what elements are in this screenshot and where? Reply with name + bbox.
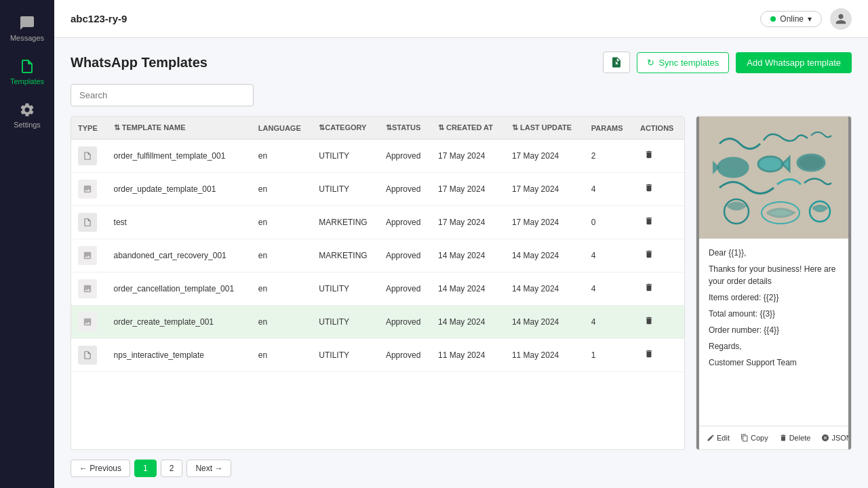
cell-name: order_update_template_001: [107, 173, 252, 206]
user-icon: [835, 13, 847, 25]
pagination: ← Previous 1 2 Next →: [71, 450, 852, 488]
avatar[interactable]: [830, 8, 852, 30]
table-body: order_fulfillment_template_001 en UTILIT…: [71, 140, 684, 372]
col-status[interactable]: ⇅STATUS: [379, 117, 431, 140]
delete-icon: [779, 434, 787, 442]
delete-row-button[interactable]: [640, 348, 658, 363]
sidebar-item-settings[interactable]: Settings: [0, 94, 54, 137]
cell-params: 0: [585, 206, 633, 239]
col-category[interactable]: ⇅CATEGORY: [312, 117, 379, 140]
preview-copy-button[interactable]: Copy: [737, 432, 772, 444]
templates-table-container: TYPE ⇅ TEMPLATE NAME LANGUAGE ⇅CATEGORY …: [71, 116, 685, 450]
delete-row-button[interactable]: [640, 248, 658, 263]
cell-actions: [633, 272, 684, 306]
col-actions: ACTIONS: [633, 117, 684, 140]
col-template-name[interactable]: ⇅ TEMPLATE NAME: [107, 117, 252, 140]
delete-row-button[interactable]: [640, 148, 658, 163]
trash-icon: [644, 316, 654, 325]
table-header: TYPE ⇅ TEMPLATE NAME LANGUAGE ⇅CATEGORY …: [71, 117, 684, 140]
table-row[interactable]: abandoned_cart_recovery_001 en MARKETING…: [71, 239, 684, 272]
cell-name: abandoned_cart_recovery_001: [107, 239, 252, 272]
cell-type: [71, 239, 107, 272]
table-row[interactable]: order_fulfillment_template_001 en UTILIT…: [71, 140, 684, 173]
cell-language: en: [252, 272, 313, 306]
cell-category: UTILITY: [312, 173, 379, 206]
cell-params: 1: [585, 339, 633, 372]
delete-row-button[interactable]: [640, 281, 658, 296]
table-row[interactable]: order_create_template_001 en UTILITY App…: [71, 306, 684, 339]
cell-language: en: [252, 173, 313, 206]
preview-body-line2: Thanks for your business! Here are your …: [709, 263, 839, 287]
sidebar-item-messages[interactable]: Messages: [0, 7, 54, 50]
cell-language: en: [252, 140, 313, 173]
status-badge[interactable]: Online ▾: [760, 11, 822, 27]
col-language: LANGUAGE: [252, 117, 313, 140]
message-icon: [19, 15, 35, 31]
table-row[interactable]: order_update_template_001 en UTILITY App…: [71, 173, 684, 206]
preview-text: Dear {{1}}, Thanks for your business! He…: [699, 239, 848, 381]
cell-category: UTILITY: [312, 140, 379, 173]
cell-created-at: 14 May 2024: [431, 306, 505, 339]
delete-row-button[interactable]: [640, 182, 658, 197]
cell-language: en: [252, 206, 313, 239]
preview-body-line1: Dear {{1}},: [709, 247, 839, 259]
app-title: abc123-ry-9: [71, 13, 127, 24]
cell-last-update: 11 May 2024: [505, 339, 585, 372]
col-last-update[interactable]: ⇅ LAST UPDATE: [505, 117, 585, 140]
type-icon-image: [78, 246, 97, 265]
page-header: WhatsApp Templates ↻ Sync templates Add …: [71, 52, 852, 73]
table-row[interactable]: test en MARKETING Approved 17 May 2024 1…: [71, 206, 684, 239]
trash-icon: [644, 283, 654, 292]
cell-type: [71, 339, 107, 372]
preview-delete-button[interactable]: Delete: [776, 432, 814, 444]
table-row[interactable]: order_cancellation_template_001 en UTILI…: [71, 272, 684, 306]
cell-last-update: 14 May 2024: [505, 239, 585, 272]
cell-name: order_create_template_001: [107, 306, 252, 339]
preview-edit-button[interactable]: Edit: [703, 432, 733, 444]
next-page-button[interactable]: Next →: [186, 460, 231, 477]
status-label: Online: [780, 14, 804, 24]
prev-page-button[interactable]: ← Previous: [71, 460, 130, 477]
cell-last-update: 14 May 2024: [505, 306, 585, 339]
sidebar-item-messages-label: Messages: [10, 34, 44, 42]
copy-label: Copy: [751, 434, 768, 442]
delete-row-button[interactable]: [640, 314, 658, 329]
cell-created-at: 14 May 2024: [431, 272, 505, 306]
cell-actions: [633, 206, 684, 239]
cell-status: Approved: [379, 239, 431, 272]
trash-icon: [644, 150, 654, 159]
add-template-button[interactable]: Add Whatsapp template: [736, 52, 852, 73]
table-row[interactable]: nps_interactive_template en UTILITY Appr…: [71, 339, 684, 372]
cell-category: MARKETING: [312, 239, 379, 272]
col-created-at[interactable]: ⇅ CREATED AT: [431, 117, 505, 140]
cell-name: order_cancellation_template_001: [107, 272, 252, 306]
json-icon: [821, 434, 829, 442]
col-params: PARAMS: [585, 117, 633, 140]
preview-actions: Edit Copy Delete JSON: [699, 426, 848, 449]
header: abc123-ry-9 Online ▾: [54, 0, 868, 38]
preview-body-line8: Customer Support Team: [709, 357, 839, 369]
page-2-button[interactable]: 2: [161, 460, 183, 477]
svg-point-2: [758, 157, 783, 171]
cell-params: 4: [585, 272, 633, 306]
cell-type: [71, 140, 107, 173]
page-1-button[interactable]: 1: [134, 460, 157, 477]
template-icon: [19, 58, 35, 75]
cell-created-at: 17 May 2024: [431, 206, 505, 239]
preview-json-button[interactable]: JSON: [818, 432, 848, 444]
delete-row-button[interactable]: [640, 215, 658, 230]
svg-point-1: [718, 158, 748, 177]
preview-scroll: Dear {{1}}, Thanks for your business! He…: [699, 117, 848, 426]
search-input[interactable]: [71, 84, 254, 106]
trash-icon: [644, 349, 654, 359]
excel-export-button[interactable]: [603, 52, 630, 73]
trash-icon: [644, 249, 654, 259]
sidebar-item-templates[interactable]: Templates: [0, 50, 54, 94]
sync-templates-button[interactable]: ↻ Sync templates: [637, 52, 729, 73]
type-icon-doc: [78, 213, 97, 232]
sidebar: Messages Templates Settings: [0, 0, 54, 488]
type-icon-doc: [78, 346, 97, 365]
preview-body-line7: Regards,: [709, 340, 839, 352]
cell-params: 4: [585, 239, 633, 272]
preview-right-border: [848, 117, 851, 449]
